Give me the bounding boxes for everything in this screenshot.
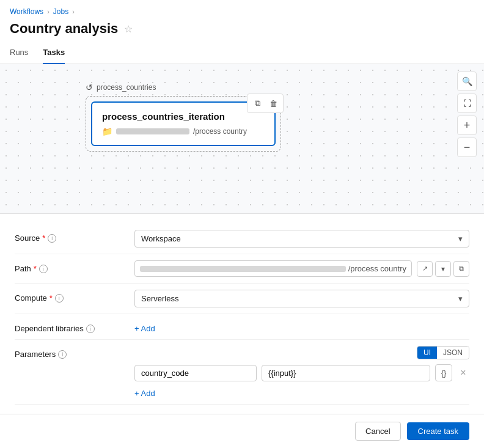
add-library-button[interactable]: + Add: [134, 320, 469, 333]
parameters-label: Parameters i: [15, 346, 125, 359]
braces-icon: {}: [441, 369, 447, 378]
parameters-control: UI JSON {} × + Add: [134, 346, 469, 398]
chevron-down-icon-path: ▾: [441, 265, 445, 273]
dep-libs-info-icon[interactable]: i: [86, 325, 95, 333]
plus-icon: +: [464, 119, 471, 132]
path-gray-input: [140, 266, 346, 272]
node-title: process_countries_iteration: [102, 111, 265, 122]
tabs-row: Runs Tasks: [0, 43, 484, 64]
node-outer-label: process_countries: [97, 83, 156, 92]
page-title-row: Country analysis ☆: [0, 18, 484, 43]
path-external-link-button[interactable]: ↗: [417, 261, 433, 277]
cancel-button[interactable]: Cancel: [355, 422, 400, 441]
param-delete-button[interactable]: ×: [457, 367, 469, 379]
footer: Cancel Create task: [0, 414, 484, 448]
node-action-bar: ⧉ 🗑: [247, 94, 284, 113]
tab-runs[interactable]: Runs: [10, 43, 28, 64]
breadcrumb: Workflows › Jobs ›: [0, 0, 484, 18]
params-info-icon[interactable]: i: [58, 350, 67, 359]
folder-icon: 📁: [102, 127, 112, 136]
source-row: Source* i Workspace ▾: [15, 224, 469, 254]
tab-tasks[interactable]: Tasks: [43, 43, 65, 64]
dependent-libraries-control: + Add: [134, 320, 469, 333]
page-title: Country analysis: [10, 21, 118, 37]
dependent-libraries-row: Dependent libraries i + Add: [15, 314, 469, 340]
source-select[interactable]: Workspace ▾: [134, 230, 469, 248]
form-area: Source* i Workspace ▾ Path* i /process c…: [0, 214, 484, 439]
dependent-libraries-label: Dependent libraries i: [15, 320, 125, 333]
params-json-toggle[interactable]: JSON: [437, 347, 469, 359]
copy-icon: ⧉: [459, 265, 464, 273]
param-value-input[interactable]: [262, 365, 430, 381]
compute-row: Compute* i Serverless ▾: [15, 284, 469, 314]
path-copy-button[interactable]: ⧉: [453, 261, 469, 277]
create-task-button[interactable]: Create task: [407, 422, 469, 440]
param-key-input[interactable]: [134, 365, 257, 381]
add-parameter-button[interactable]: + Add: [134, 385, 469, 398]
path-value: /process country: [348, 264, 406, 273]
path-dropdown-button[interactable]: ▾: [435, 261, 451, 277]
source-label: Source* i: [15, 230, 125, 243]
compute-label: Compute* i: [15, 290, 125, 303]
search-button[interactable]: 🔍: [457, 72, 477, 91]
param-row-0: {} ×: [134, 364, 469, 381]
zoom-out-button[interactable]: −: [457, 138, 477, 157]
task-node-container: ↺ process_countries ⧉ 🗑 process_countrie…: [86, 83, 281, 152]
path-label: Path* i: [15, 260, 125, 273]
fit-button[interactable]: ⛶: [457, 94, 477, 113]
compute-select[interactable]: Serverless ▾: [134, 290, 469, 307]
node-copy-button[interactable]: ⧉: [250, 96, 265, 111]
node-path: /process country: [193, 127, 247, 136]
parameters-row: Parameters i UI JSON {} × + Add: [15, 340, 469, 405]
canvas-area: ↺ process_countries ⧉ 🗑 process_countrie…: [0, 64, 484, 214]
path-info-icon[interactable]: i: [39, 265, 48, 273]
params-ui-toggle[interactable]: UI: [417, 347, 437, 359]
node-delete-button[interactable]: 🗑: [266, 96, 280, 111]
favorite-icon[interactable]: ☆: [124, 23, 133, 35]
fit-icon: ⛶: [463, 99, 471, 108]
minus-icon: −: [464, 141, 471, 154]
source-control: Workspace ▾: [134, 230, 469, 248]
path-input-box[interactable]: /process country: [134, 260, 412, 277]
breadcrumb-jobs[interactable]: Jobs: [53, 7, 68, 16]
path-row: Path* i /process country ↗ ▾ ⧉: [15, 254, 469, 284]
task-node-outer: ⧉ 🗑 process_countries_iteration 📁 /proce…: [86, 96, 281, 152]
source-info-icon[interactable]: i: [48, 234, 56, 243]
canvas-toolbar: 🔍 ⛶ + −: [457, 72, 477, 157]
path-control: /process country ↗ ▾ ⧉: [134, 260, 469, 277]
compute-control: Serverless ▾: [134, 290, 469, 307]
external-link-icon: ↗: [422, 265, 428, 273]
search-icon: 🔍: [462, 76, 472, 86]
chevron-down-icon: ▾: [458, 234, 463, 243]
compute-info-icon[interactable]: i: [55, 294, 64, 303]
breadcrumb-workflows[interactable]: Workflows: [10, 7, 43, 16]
path-gray-bar: [116, 128, 189, 134]
chevron-down-icon-compute: ▾: [458, 294, 463, 303]
param-format-button[interactable]: {}: [435, 364, 452, 381]
refresh-icon: ↺: [86, 83, 93, 92]
zoom-in-button[interactable]: +: [457, 116, 477, 135]
params-toggle-group: UI JSON: [417, 346, 469, 359]
